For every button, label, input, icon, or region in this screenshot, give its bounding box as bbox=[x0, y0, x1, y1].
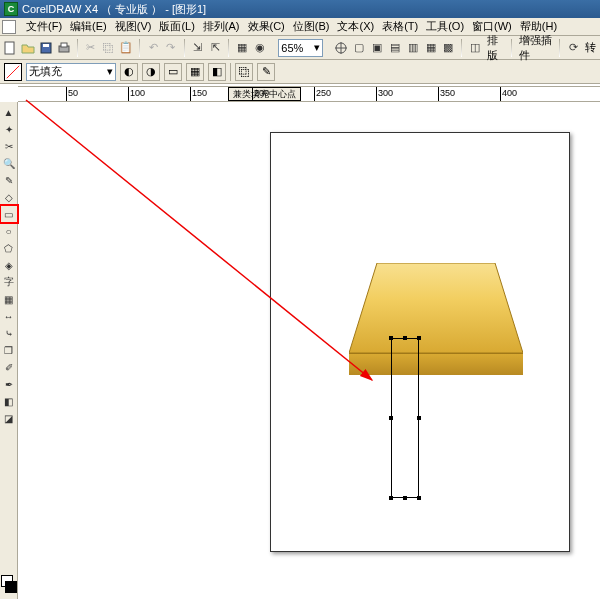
polygon-tool[interactable]: ⬠ bbox=[1, 240, 17, 256]
open-button[interactable] bbox=[20, 38, 36, 58]
basic-shapes-tool[interactable]: ◈ bbox=[1, 257, 17, 273]
color-wells[interactable] bbox=[1, 575, 17, 595]
text-tool[interactable]: 字 bbox=[1, 274, 17, 290]
plugin-button[interactable]: 增强插件 bbox=[517, 33, 555, 63]
zoom-tool[interactable]: 🔍 bbox=[1, 155, 17, 171]
connector-tool[interactable]: ⤷ bbox=[1, 325, 17, 341]
background-color[interactable] bbox=[5, 581, 17, 593]
zoom-combo[interactable]: 65%▾ bbox=[278, 39, 322, 57]
undo-button[interactable]: ↶ bbox=[145, 38, 161, 58]
dimension-tool[interactable]: ↔ bbox=[1, 308, 17, 324]
ruler-tick bbox=[128, 87, 129, 101]
interactive-fill-tool[interactable]: ◪ bbox=[1, 410, 17, 426]
table-tool[interactable]: ▦ bbox=[1, 291, 17, 307]
resize-handle[interactable] bbox=[389, 496, 393, 500]
fill-option1[interactable]: ◐ bbox=[120, 63, 138, 81]
option4-button[interactable]: ▥ bbox=[405, 38, 421, 58]
eyedropper-tool[interactable]: ✐ bbox=[1, 359, 17, 375]
page-area[interactable] bbox=[270, 132, 570, 552]
resize-handle[interactable] bbox=[403, 336, 407, 340]
ruler-label: 350 bbox=[440, 88, 455, 98]
new-button[interactable] bbox=[2, 38, 18, 58]
export-button[interactable]: ⇱ bbox=[207, 38, 223, 58]
fill-combo[interactable]: 无填充▾ bbox=[26, 63, 116, 81]
shape-tool[interactable]: ✦ bbox=[1, 121, 17, 137]
import-button[interactable]: ⇲ bbox=[190, 38, 206, 58]
option1-button[interactable]: ▢ bbox=[351, 38, 367, 58]
menu-table[interactable]: 表格(T) bbox=[378, 19, 422, 34]
ruler-label: 400 bbox=[502, 88, 517, 98]
welcome-button[interactable]: ◉ bbox=[252, 38, 268, 58]
interactive-blend-tool[interactable]: ❐ bbox=[1, 342, 17, 358]
resize-handle[interactable] bbox=[389, 336, 393, 340]
app-launcher-button[interactable]: ▦ bbox=[234, 38, 250, 58]
menu-view[interactable]: 视图(V) bbox=[111, 19, 156, 34]
ruler-label: 50 bbox=[68, 88, 78, 98]
ellipse-tool[interactable]: ○ bbox=[1, 223, 17, 239]
menu-arrange[interactable]: 排列(A) bbox=[199, 19, 244, 34]
cut-button[interactable]: ✂ bbox=[83, 38, 99, 58]
pick-tool[interactable]: ▲ bbox=[1, 104, 17, 120]
fill-tool[interactable]: ◧ bbox=[1, 393, 17, 409]
resize-handle[interactable] bbox=[417, 336, 421, 340]
option2-button[interactable]: ▣ bbox=[369, 38, 385, 58]
option6-button[interactable]: ▩ bbox=[441, 38, 457, 58]
menu-bitmaps[interactable]: 位图(B) bbox=[289, 19, 334, 34]
redo-button[interactable]: ↷ bbox=[163, 38, 179, 58]
copy-fill-button[interactable]: ⿻ bbox=[235, 63, 253, 81]
svg-rect-4 bbox=[61, 43, 67, 47]
toolbox: ▲✦✂🔍✎◇▭○⬠◈字▦↔⤷❐✐✒◧◪ bbox=[0, 102, 18, 599]
menu-tools[interactable]: 工具(O) bbox=[422, 19, 468, 34]
fill-option3[interactable]: ▭ bbox=[164, 63, 182, 81]
menu-layout[interactable]: 版面(L) bbox=[155, 19, 198, 34]
app-icon: C bbox=[4, 2, 18, 16]
ruler-tick bbox=[190, 87, 191, 101]
outline-tool[interactable]: ✒ bbox=[1, 376, 17, 392]
dropdown-icon: ▾ bbox=[314, 41, 320, 54]
canvas-workspace[interactable] bbox=[18, 102, 600, 599]
fill-label: 无填充 bbox=[29, 64, 62, 79]
resize-handle[interactable] bbox=[403, 496, 407, 500]
paste-button[interactable]: 📋 bbox=[118, 38, 134, 58]
crop-tool[interactable]: ✂ bbox=[1, 138, 17, 154]
dropdown-icon: ▾ bbox=[107, 65, 113, 78]
freehand-tool[interactable]: ✎ bbox=[1, 172, 17, 188]
ruler-tick bbox=[252, 87, 253, 101]
trapezoid-3d-shape[interactable] bbox=[349, 263, 523, 383]
new-rectangle[interactable] bbox=[391, 338, 419, 498]
shape-top-face bbox=[349, 263, 523, 353]
save-button[interactable] bbox=[38, 38, 54, 58]
snap-button[interactable] bbox=[333, 38, 349, 58]
title-bar: C CorelDRAW X4 （ 专业版 ） - [图形1] bbox=[0, 0, 600, 18]
property-bar: 无填充▾ ◐ ◑ ▭ ▦ ◧ ⿻ ✎ bbox=[0, 60, 600, 84]
fill-option5[interactable]: ◧ bbox=[208, 63, 226, 81]
convert-button[interactable]: 转 bbox=[583, 40, 598, 55]
convert-icon[interactable]: ⟳ bbox=[565, 38, 581, 58]
option3-button[interactable]: ▤ bbox=[387, 38, 403, 58]
ruler-label: 100 bbox=[130, 88, 145, 98]
resize-handle[interactable] bbox=[417, 496, 421, 500]
zoom-value: 65% bbox=[281, 42, 303, 54]
print-button[interactable] bbox=[56, 38, 72, 58]
ruler-label: 200 bbox=[254, 88, 269, 98]
menu-bar: 文件(F) 编辑(E) 视图(V) 版面(L) 排列(A) 效果(C) 位图(B… bbox=[0, 18, 600, 36]
menu-effects[interactable]: 效果(C) bbox=[244, 19, 289, 34]
ruler-tick bbox=[376, 87, 377, 101]
ruler-label: 250 bbox=[316, 88, 331, 98]
edit-fill-button[interactable]: ✎ bbox=[257, 63, 275, 81]
menu-text[interactable]: 文本(X) bbox=[333, 19, 378, 34]
fill-option4[interactable]: ▦ bbox=[186, 63, 204, 81]
resize-handle[interactable] bbox=[417, 416, 421, 420]
fill-option2[interactable]: ◑ bbox=[142, 63, 160, 81]
menu-file[interactable]: 文件(F) bbox=[22, 19, 66, 34]
menu-edit[interactable]: 编辑(E) bbox=[66, 19, 111, 34]
option5-button[interactable]: ▦ bbox=[423, 38, 439, 58]
fill-swatch[interactable] bbox=[4, 63, 22, 81]
rectangle-tool[interactable]: ▭ bbox=[1, 206, 17, 222]
copy-button[interactable]: ⿻ bbox=[101, 38, 117, 58]
smart-fill-tool[interactable]: ◇ bbox=[1, 189, 17, 205]
ruler-tick bbox=[500, 87, 501, 101]
resize-handle[interactable] bbox=[389, 416, 393, 420]
layout-button[interactable]: 排版 bbox=[485, 33, 506, 63]
option7-button[interactable]: ◫ bbox=[467, 38, 483, 58]
